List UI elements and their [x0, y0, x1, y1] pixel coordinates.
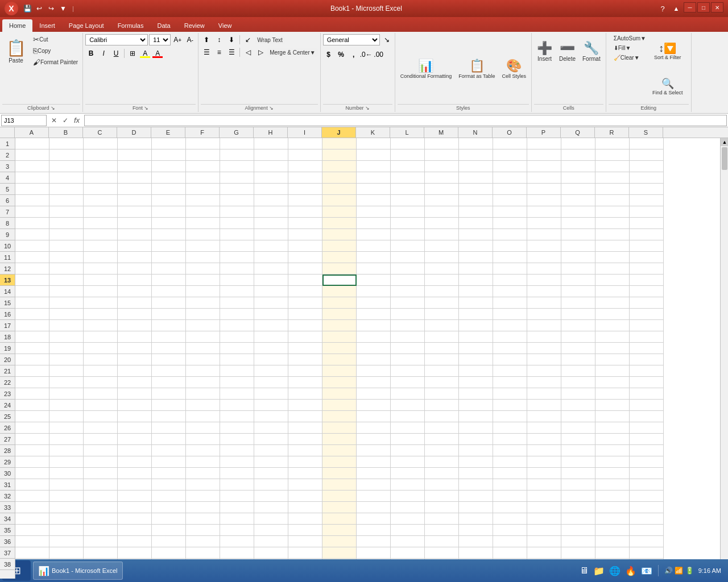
cell-A23[interactable] [15, 388, 49, 400]
cell-F27[interactable] [186, 434, 220, 445]
cell-M3[interactable] [425, 161, 459, 172]
cell-R27[interactable] [595, 434, 630, 445]
cell-P20[interactable] [527, 354, 561, 365]
cell-G1[interactable] [220, 138, 254, 149]
cell-N1[interactable] [459, 138, 493, 149]
cell-I12[interactable] [288, 263, 322, 275]
cell-R37[interactable] [595, 547, 630, 559]
cell-S15[interactable] [630, 297, 664, 309]
cell-O6[interactable] [493, 195, 527, 206]
cell-Q34[interactable] [561, 513, 595, 525]
cell-J7[interactable] [322, 206, 357, 218]
cell-M19[interactable] [425, 343, 459, 354]
cell-D8[interactable] [118, 218, 152, 229]
cell-E22[interactable] [152, 377, 186, 388]
cell-E29[interactable] [152, 456, 186, 468]
cell-I27[interactable] [288, 434, 322, 445]
cell-E33[interactable] [152, 502, 186, 513]
cell-N34[interactable] [459, 513, 493, 525]
cell-A37[interactable] [15, 547, 49, 559]
cell-I37[interactable] [288, 547, 322, 559]
cell-K2[interactable] [357, 149, 391, 161]
cell-D20[interactable] [118, 354, 152, 365]
cell-E20[interactable] [152, 354, 186, 365]
cell-O1[interactable] [493, 138, 527, 149]
cell-F30[interactable] [186, 468, 220, 479]
cell-R4[interactable] [595, 172, 630, 184]
cell-K35[interactable] [357, 525, 391, 536]
alignment-expand-icon[interactable]: ↘ [269, 105, 274, 111]
row-num-14[interactable]: 14 [0, 286, 15, 297]
cell-J10[interactable] [322, 240, 357, 252]
tab-insert[interactable]: Insert [32, 19, 62, 32]
cell-S20[interactable] [630, 354, 664, 365]
cell-K6[interactable] [357, 195, 391, 206]
cell-C36[interactable] [84, 536, 118, 547]
cell-Q7[interactable] [561, 206, 595, 218]
cell-R15[interactable] [595, 297, 630, 309]
cell-H33[interactable] [254, 502, 288, 513]
cell-J9[interactable] [322, 229, 357, 240]
delete-cells-button[interactable]: ➖ Delete [556, 34, 578, 68]
cell-K4[interactable] [357, 172, 391, 184]
cell-N26[interactable] [459, 422, 493, 434]
dollar-btn[interactable]: $ [323, 49, 334, 60]
cell-K11[interactable] [357, 252, 391, 263]
cell-H3[interactable] [254, 161, 288, 172]
cell-E10[interactable] [152, 240, 186, 252]
cell-M22[interactable] [425, 377, 459, 388]
cell-G30[interactable] [220, 468, 254, 479]
decrease-indent-btn[interactable]: ◁ [242, 47, 254, 58]
cell-M27[interactable] [425, 434, 459, 445]
comma-btn[interactable]: , [348, 49, 359, 60]
cell-J18[interactable] [322, 331, 357, 343]
cell-G28[interactable] [220, 445, 254, 456]
cell-Q36[interactable] [561, 536, 595, 547]
cell-D35[interactable] [118, 525, 152, 536]
cell-C31[interactable] [84, 479, 118, 490]
cell-H16[interactable] [254, 309, 288, 320]
cell-Q25[interactable] [561, 411, 595, 422]
cell-F21[interactable] [186, 365, 220, 377]
cell-F19[interactable] [186, 343, 220, 354]
tab-page-layout[interactable]: Page Layout [62, 19, 111, 32]
cell-H22[interactable] [254, 377, 288, 388]
cell-I36[interactable] [288, 536, 322, 547]
cell-B23[interactable] [49, 388, 84, 400]
cell-J22[interactable] [322, 377, 357, 388]
cell-N13[interactable] [459, 275, 493, 286]
cell-J31[interactable] [322, 479, 357, 490]
cell-P32[interactable] [527, 490, 561, 502]
cell-L9[interactable] [391, 229, 425, 240]
cell-N14[interactable] [459, 286, 493, 297]
row-num-12[interactable]: 12 [0, 263, 15, 275]
cell-S29[interactable] [630, 456, 664, 468]
fill-dropdown-icon[interactable]: ▼ [626, 45, 631, 51]
cell-S9[interactable] [630, 229, 664, 240]
cell-D37[interactable] [118, 547, 152, 559]
cell-E12[interactable] [152, 263, 186, 275]
cell-R19[interactable] [595, 343, 630, 354]
cell-A32[interactable] [15, 490, 49, 502]
cell-P21[interactable] [527, 365, 561, 377]
redo-quick-btn[interactable]: ↪ [46, 3, 56, 14]
cell-I28[interactable] [288, 445, 322, 456]
paste-button[interactable]: 📋 Paste [2, 34, 30, 68]
row-num-22[interactable]: 22 [0, 377, 15, 388]
cell-S11[interactable] [630, 252, 664, 263]
cell-B24[interactable] [49, 400, 84, 411]
cell-D21[interactable] [118, 365, 152, 377]
cell-O18[interactable] [493, 331, 527, 343]
cell-H18[interactable] [254, 331, 288, 343]
cell-A16[interactable] [15, 309, 49, 320]
cell-B15[interactable] [49, 297, 84, 309]
cell-N23[interactable] [459, 388, 493, 400]
cell-L36[interactable] [391, 536, 425, 547]
format-as-table-button[interactable]: 📋 Format as Table [456, 52, 498, 86]
cell-R9[interactable] [595, 229, 630, 240]
cell-S33[interactable] [630, 502, 664, 513]
cell-B20[interactable] [49, 354, 84, 365]
cell-M18[interactable] [425, 331, 459, 343]
cell-Q1[interactable] [561, 138, 595, 149]
cell-G8[interactable] [220, 218, 254, 229]
